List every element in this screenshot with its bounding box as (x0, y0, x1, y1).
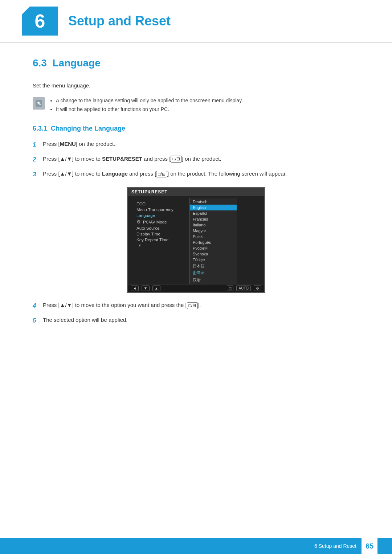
lang-italiano: Italiano (190, 222, 237, 228)
screen-body: ECO Menu Transparency Language ⚙ PC/AV M… (128, 196, 264, 284)
lang-svenska: Svenska (190, 251, 237, 257)
lang-espanol: Español (190, 210, 237, 216)
header-title: Setup and Reset (68, 13, 171, 29)
osd-screen: SETUP&RESET ECO Menu Transparency Langua… (127, 187, 265, 293)
screen-lang-list: Deutsch English Español Français Italian… (189, 198, 237, 284)
footer-btn-left: ◄ (131, 286, 139, 291)
step-1: 1 Press [MENU] on the product. (33, 140, 359, 149)
lang-chinese: 汉语 (190, 276, 237, 283)
footer-btn-down: ▼ (142, 286, 150, 291)
lang-francais: Français (190, 216, 237, 222)
lang-korean: 한국어 (190, 270, 237, 276)
lang-japanese: 日本語 (190, 263, 237, 270)
footer-page-number: 65 (362, 538, 377, 554)
note-item-1: A change to the language setting will on… (56, 97, 243, 105)
section-intro: Set the menu language. (33, 82, 359, 89)
lang-portugues: Português (190, 239, 237, 245)
lang-magyar: Magyar (190, 228, 237, 234)
lang-deutsch: Deutsch (190, 199, 237, 205)
subsection-heading: 6.3.1 Changing the Language (33, 125, 359, 132)
menu-displaytime: Display Time (134, 231, 189, 237)
language-label: Language (102, 171, 128, 177)
header-banner: 6 Setup and Reset (0, 0, 392, 43)
menu-autosource: Auto Source (134, 225, 189, 231)
menu-key: MENU (60, 141, 76, 147)
btn-icon-enter: □/⊟ (171, 156, 182, 163)
btn-icon-enter2: □/⊟ (156, 171, 167, 178)
footer-section-label: 6 Setup and Reset (314, 543, 356, 549)
footer-btn-auto: AUTO (236, 286, 251, 291)
pencil-icon: ✎ (35, 99, 43, 107)
chapter-number: 6 (22, 7, 58, 36)
menu-scroll-down: ▼ (134, 243, 189, 248)
footer-btn-up: ▲ (152, 286, 160, 291)
menu-transparency: Menu Transparency (134, 207, 189, 213)
step-4: 4 Press [▲/▼] to move to the option you … (33, 301, 359, 311)
note-bullets: A change to the language setting will on… (49, 97, 243, 114)
step-2: 2 Press [▲/▼] to move to SETUP&RESET and… (33, 155, 359, 164)
footer-btn-gear: ⚙ (254, 286, 261, 291)
lang-russian: Русский (190, 245, 237, 251)
note-box: ✎ A change to the language setting will … (33, 97, 359, 114)
screen-header: SETUP&RESET (128, 188, 264, 196)
setup-reset-label: SETUP&RESET (102, 156, 142, 162)
steps-list-2: 4 Press [▲/▼] to move to the option you … (33, 301, 359, 325)
section-heading: 6.3 Language (33, 57, 359, 72)
screen-container: SETUP&RESET ECO Menu Transparency Langua… (33, 187, 359, 293)
lang-turkce: Türkçe (190, 257, 237, 263)
menu-language: Language (134, 213, 189, 218)
menu-eco: ECO (134, 201, 189, 207)
gear-small-icon: ⚙ (136, 219, 141, 225)
note-icon: ✎ (33, 97, 45, 110)
lang-polski: Polski (190, 234, 237, 239)
step-5: 5 The selected option will be applied. (33, 316, 359, 325)
main-content: 6.3 Language Set the menu language. ✎ A … (0, 43, 392, 363)
footer-btn-select: □ (227, 286, 233, 291)
step-3: 3 Press [▲/▼] to move to Language and pr… (33, 169, 359, 179)
btn-icon-enter3: □/⊟ (187, 302, 198, 309)
screen-menu: ECO Menu Transparency Language ⚙ PC/AV M… (128, 198, 189, 284)
screen-footer: ◄ ▼ ▲ □ AUTO ⚙ (128, 284, 264, 292)
lang-english: English (190, 205, 237, 210)
note-item-2: It will not be applied to other function… (56, 105, 243, 114)
svg-text:✎: ✎ (37, 101, 41, 106)
menu-keyrepeat: Key Repeat Time (134, 237, 189, 243)
menu-pcav: ⚙ PC/AV Mode (134, 218, 189, 225)
steps-list: 1 Press [MENU] on the product. 2 Press [… (33, 140, 359, 180)
page-footer: 6 Setup and Reset 65 (0, 538, 392, 554)
